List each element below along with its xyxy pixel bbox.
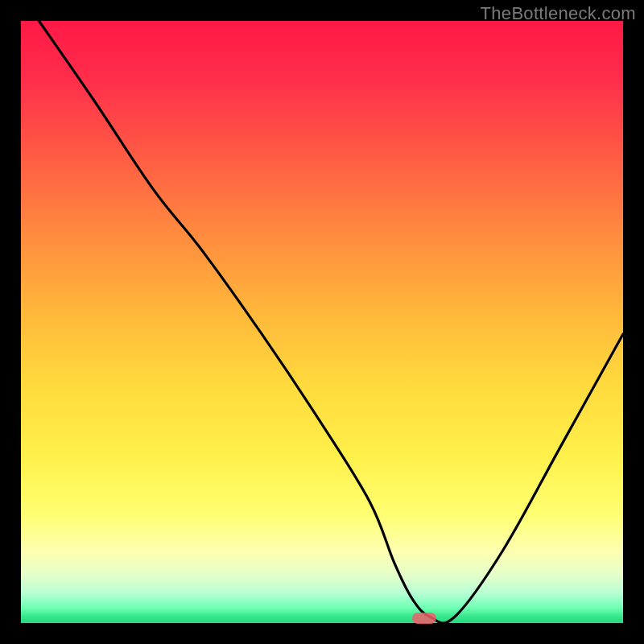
bottleneck-curve xyxy=(21,21,623,623)
optimal-point-marker xyxy=(412,613,436,624)
plot-area xyxy=(21,21,623,623)
chart-frame: TheBottleneck.com xyxy=(0,0,644,644)
